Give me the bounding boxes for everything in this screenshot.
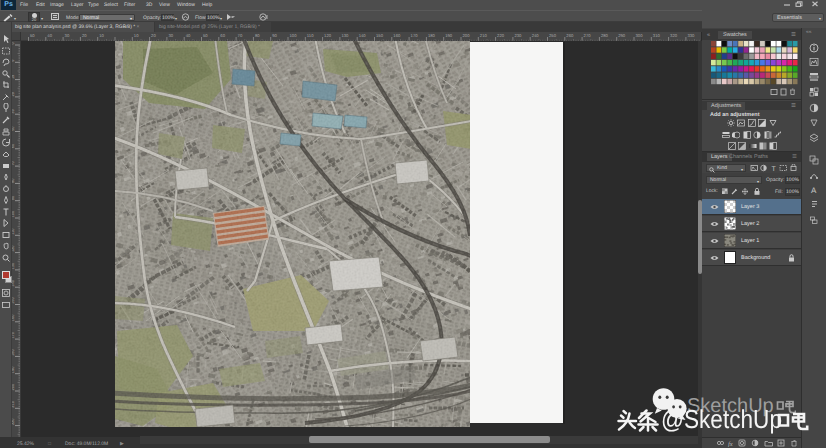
- svg-text:60: 60: [220, 33, 225, 38]
- svg-text:200: 200: [12, 383, 15, 390]
- svg-text:80: 80: [255, 33, 260, 38]
- svg-text:40: 40: [47, 33, 52, 38]
- svg-text:110: 110: [307, 33, 314, 38]
- svg-text:190: 190: [12, 366, 15, 373]
- svg-text:A: A: [811, 186, 817, 195]
- svg-text:T: T: [772, 166, 777, 173]
- svg-text:210: 210: [12, 400, 15, 407]
- svg-text:20: 20: [82, 33, 87, 38]
- svg-text:150: 150: [12, 297, 15, 304]
- svg-text:200: 200: [463, 33, 471, 38]
- svg-text:300: 300: [636, 33, 644, 38]
- svg-text:210: 210: [480, 33, 488, 38]
- svg-text:130: 130: [341, 33, 349, 38]
- svg-text:80: 80: [12, 178, 15, 183]
- svg-text:100: 100: [12, 210, 15, 217]
- svg-text:150: 150: [376, 33, 384, 38]
- svg-text:180: 180: [12, 348, 15, 355]
- svg-text:310: 310: [653, 33, 661, 38]
- svg-text:320: 320: [670, 33, 678, 38]
- svg-text:160: 160: [393, 33, 401, 38]
- svg-text:220: 220: [497, 33, 505, 38]
- svg-text:270: 270: [584, 33, 592, 38]
- svg-text:fx: fx: [728, 441, 733, 448]
- svg-text:170: 170: [411, 33, 419, 38]
- svg-text:19: 19: [12, 74, 15, 79]
- svg-text:30: 30: [65, 33, 70, 38]
- svg-text:50: 50: [30, 33, 35, 38]
- svg-text:39: 39: [12, 108, 15, 113]
- svg-text:50: 50: [12, 126, 15, 131]
- svg-text:40: 40: [186, 33, 191, 38]
- svg-text:140: 140: [12, 279, 15, 286]
- svg-text:10: 10: [99, 33, 104, 38]
- svg-text:29: 29: [12, 91, 15, 96]
- svg-text:130: 130: [12, 262, 15, 269]
- svg-text:170: 170: [12, 331, 15, 338]
- svg-text:60: 60: [12, 143, 15, 148]
- svg-text:70: 70: [12, 160, 15, 165]
- svg-text:160: 160: [12, 314, 15, 321]
- svg-text:280: 280: [601, 33, 609, 38]
- svg-text:140: 140: [359, 33, 367, 38]
- svg-text:110: 110: [12, 228, 15, 235]
- svg-text:290: 290: [618, 33, 626, 38]
- svg-text:30: 30: [168, 33, 173, 38]
- svg-text:240: 240: [532, 33, 540, 38]
- svg-text:220: 220: [12, 418, 15, 425]
- svg-text:70: 70: [238, 33, 243, 38]
- svg-text:50: 50: [203, 33, 208, 38]
- svg-text:10: 10: [134, 33, 139, 38]
- svg-text:100: 100: [290, 33, 298, 38]
- svg-text:190: 190: [445, 33, 453, 38]
- svg-text:260: 260: [566, 33, 574, 38]
- svg-text:180: 180: [428, 33, 436, 38]
- svg-text:90: 90: [272, 33, 277, 38]
- svg-text:250: 250: [549, 33, 557, 38]
- svg-text:120: 120: [12, 245, 15, 252]
- svg-text:20: 20: [151, 33, 156, 38]
- svg-text:90: 90: [12, 195, 15, 200]
- svg-text:330: 330: [687, 33, 695, 38]
- svg-text:230: 230: [514, 33, 522, 38]
- svg-text:120: 120: [324, 33, 332, 38]
